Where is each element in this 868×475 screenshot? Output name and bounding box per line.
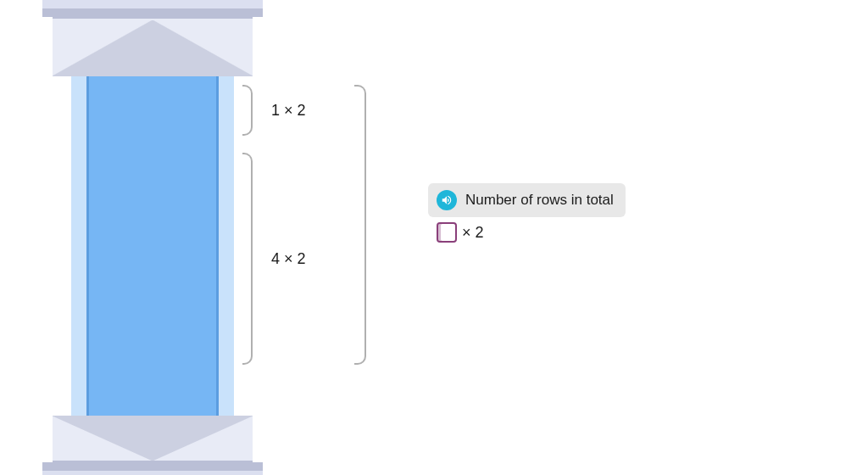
prompt-tooltip: Number of rows in total <box>428 183 626 217</box>
pillar-capital-top <box>42 0 263 76</box>
answer-input[interactable] <box>437 222 457 243</box>
prompt-text: Number of rows in total <box>465 192 614 209</box>
bracket-bottom <box>242 153 253 365</box>
pillar-illustration <box>42 0 263 475</box>
answer-expression: × 2 <box>437 222 484 243</box>
audio-icon[interactable] <box>437 190 457 210</box>
bracket-total <box>354 85 366 365</box>
bracket-bottom-label: 4 × 2 <box>271 250 306 268</box>
bracket-top-label: 1 × 2 <box>271 102 306 120</box>
pillar-capital-bottom <box>42 416 263 475</box>
answer-suffix: × 2 <box>462 224 484 242</box>
pillar-shaft <box>71 76 234 416</box>
bracket-top <box>242 85 253 136</box>
